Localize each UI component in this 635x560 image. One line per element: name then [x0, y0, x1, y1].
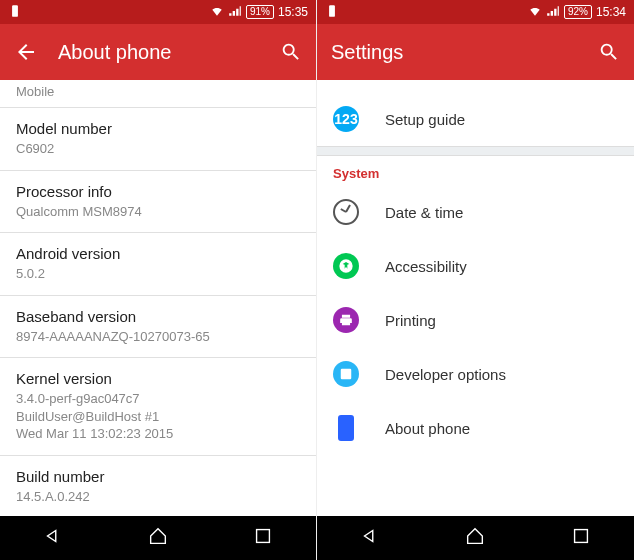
nav-back-button[interactable]	[359, 525, 381, 551]
item-value: 8974-AAAAANAZQ-10270073-65	[16, 328, 300, 346]
item-value: 5.0.2	[16, 265, 300, 283]
section-divider	[317, 146, 634, 156]
section-header-system: System	[317, 156, 634, 185]
settings-item-accessibility[interactable]: Accessibility	[317, 239, 634, 293]
svg-rect-4	[575, 530, 588, 543]
settings-item-developer-options[interactable]: Developer options	[317, 347, 634, 401]
page-title: About phone	[58, 41, 280, 64]
item-label: Kernel version	[16, 370, 300, 387]
item-label: Developer options	[385, 366, 506, 383]
wifi-icon	[528, 4, 542, 21]
item-label: Baseband version	[16, 308, 300, 325]
svg-rect-0	[12, 5, 18, 17]
item-label: About phone	[385, 420, 470, 437]
phone-icon	[333, 415, 359, 441]
settings-item-setup-guide[interactable]: 123 Setup guide	[317, 92, 634, 146]
nav-home-button[interactable]	[147, 525, 169, 551]
nav-recent-button[interactable]	[252, 525, 274, 551]
setup-guide-icon: 123	[333, 106, 359, 132]
wifi-icon	[210, 4, 224, 21]
nav-recent-button[interactable]	[570, 525, 592, 551]
item-label: Model number	[16, 120, 300, 137]
page-title: Settings	[331, 41, 598, 64]
settings-item-printing[interactable]: Printing	[317, 293, 634, 347]
list-item-model[interactable]: Model number C6902	[0, 108, 316, 171]
accessibility-icon	[333, 253, 359, 279]
item-value: Qualcomm MSM8974	[16, 203, 300, 221]
app-bar: Settings	[317, 24, 634, 80]
clock-text: 15:34	[596, 5, 626, 19]
app-bar: About phone	[0, 24, 316, 80]
about-phone-screen: 91% 15:35 About phone Mobile Model numbe…	[0, 0, 317, 560]
printing-icon	[333, 307, 359, 333]
list-item-build[interactable]: Build number 14.5.A.0.242	[0, 456, 316, 516]
navigation-bar	[0, 516, 316, 560]
about-list[interactable]: Mobile Model number C6902 Processor info…	[0, 80, 316, 516]
nav-back-button[interactable]	[42, 525, 64, 551]
item-label: Processor info	[16, 183, 300, 200]
battery-level: 91%	[246, 5, 274, 19]
status-bar: 91% 15:35	[0, 0, 316, 24]
clock-icon	[333, 199, 359, 225]
list-item-android-version[interactable]: Android version 5.0.2	[0, 233, 316, 296]
item-label: Date & time	[385, 204, 463, 221]
clock-text: 15:35	[278, 5, 308, 19]
list-item-baseband[interactable]: Baseband version 8974-AAAAANAZQ-10270073…	[0, 296, 316, 359]
item-value: 14.5.A.0.242	[16, 488, 300, 506]
navigation-bar	[317, 516, 634, 560]
svg-rect-1	[257, 530, 270, 543]
item-label: Setup guide	[385, 111, 465, 128]
item-label: Printing	[385, 312, 436, 329]
list-item-kernel[interactable]: Kernel version 3.4.0-perf-g9ac047c7 Buil…	[0, 358, 316, 456]
list-item-truncated[interactable]: Mobile	[0, 80, 316, 108]
search-button[interactable]	[598, 41, 620, 63]
item-label: Android version	[16, 245, 300, 262]
settings-screen: 92% 15:34 Settings 123 Setup guide Syste…	[317, 0, 634, 560]
signal-icon	[546, 4, 560, 21]
settings-list[interactable]: 123 Setup guide System Date & time Acces…	[317, 80, 634, 516]
search-button[interactable]	[280, 41, 302, 63]
developer-icon	[333, 361, 359, 387]
item-value: C6902	[16, 140, 300, 158]
back-button[interactable]	[14, 40, 38, 64]
status-indicator-icon	[325, 4, 339, 21]
svg-rect-3	[341, 369, 352, 380]
status-indicator-icon	[8, 4, 22, 21]
item-value: 3.4.0-perf-g9ac047c7 BuildUser@BuildHost…	[16, 390, 300, 443]
item-label: Accessibility	[385, 258, 467, 275]
status-bar: 92% 15:34	[317, 0, 634, 24]
list-item-processor[interactable]: Processor info Qualcomm MSM8974	[0, 171, 316, 234]
nav-home-button[interactable]	[464, 525, 486, 551]
battery-level: 92%	[564, 5, 592, 19]
settings-item-about-phone[interactable]: About phone	[317, 401, 634, 455]
item-label: Build number	[16, 468, 300, 485]
signal-icon	[228, 4, 242, 21]
settings-item-date-time[interactable]: Date & time	[317, 185, 634, 239]
svg-rect-2	[329, 5, 335, 17]
